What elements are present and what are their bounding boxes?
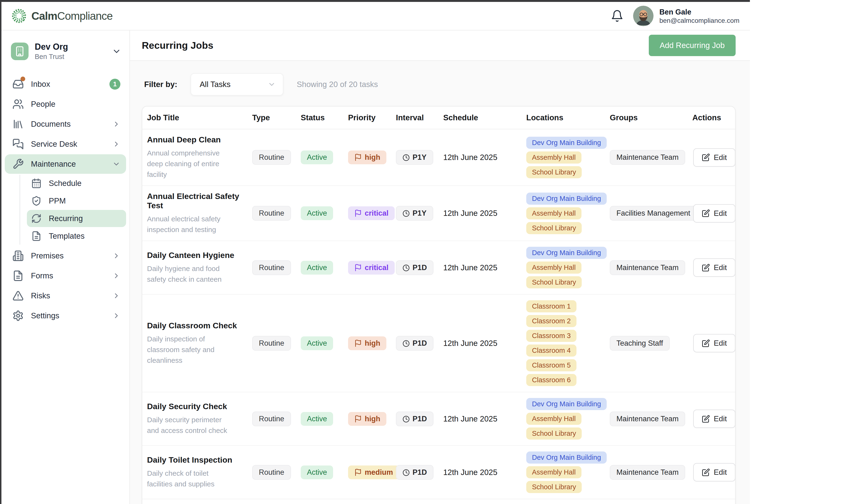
job-title: Daily Security Check: [147, 402, 252, 411]
column-header-priority: Priority: [348, 113, 396, 122]
sidebar-item-risks[interactable]: Risks: [5, 286, 126, 306]
group-badge: Maintenance Team: [610, 150, 685, 165]
user-email: ben@calmcompliance.com: [659, 17, 740, 24]
edit-button[interactable]: Edit: [693, 410, 735, 428]
edit-icon: [702, 415, 710, 423]
group-badge: Maintenance Team: [610, 412, 685, 426]
sidebar-item-service-desk[interactable]: Service Desk: [5, 134, 126, 154]
priority-badge: high: [348, 412, 386, 426]
schedule-date: 12th June 2025: [443, 263, 526, 272]
locations-cell: Classroom 1Classroom 2Classroom 3Classro…: [526, 300, 610, 386]
sidebar-item-maintenance[interactable]: Maintenance: [5, 154, 126, 174]
location-badge: Classroom 5: [526, 359, 576, 371]
notifications-bell-icon[interactable]: [611, 10, 624, 22]
flag-icon: [354, 264, 362, 272]
job-title: Annual Electrical Safety Test: [147, 192, 252, 210]
locations-cell: Dev Org Main BuildingAssembly HallSchool…: [526, 193, 610, 234]
sidebar-item-people[interactable]: People: [5, 94, 126, 114]
schedule-date: 12th June 2025: [443, 468, 526, 477]
job-description: Daily hygiene and food safety check in c…: [147, 263, 252, 285]
inbox-icon: [12, 79, 24, 90]
clock-icon: [402, 469, 410, 476]
locations-cell: Dev Org Main BuildingAssembly HallSchool…: [526, 247, 610, 288]
wrench-icon: [12, 158, 24, 170]
sidebar-item-recurring[interactable]: Recurring: [27, 210, 126, 227]
edit-button[interactable]: Edit: [693, 259, 735, 277]
group-badge: Facilities Management: [610, 206, 697, 221]
job-title-cell: Daily Classroom CheckDaily inspection of…: [147, 321, 252, 366]
edit-button[interactable]: Edit: [693, 204, 735, 222]
sidebar-item-documents[interactable]: Documents: [5, 114, 126, 134]
location-badge: Dev Org Main Building: [526, 193, 607, 205]
sidebar-item-label: Service Desk: [31, 139, 105, 149]
location-badge: School Library: [526, 222, 582, 234]
job-title: Daily Canteen Hygiene: [147, 251, 252, 260]
status-badge: Active: [301, 466, 333, 479]
interval-label: P1Y: [412, 153, 426, 162]
column-header-schedule: Schedule: [443, 113, 526, 122]
edit-icon: [702, 468, 710, 477]
edit-label: Edit: [714, 209, 727, 218]
priority-badge: critical: [348, 206, 395, 220]
location-badge: School Library: [526, 276, 582, 288]
priority-label: critical: [365, 263, 389, 272]
edit-icon: [702, 264, 710, 272]
sidebar-item-templates[interactable]: Templates: [27, 228, 126, 245]
org-selector[interactable]: Dev Org Ben Trust: [5, 37, 126, 65]
org-name: Dev Org: [35, 42, 106, 52]
chevron-right-icon: [112, 252, 120, 260]
priority-badge: high: [348, 336, 386, 350]
sidebar-item-inbox[interactable]: Inbox1: [5, 75, 126, 94]
edit-icon: [702, 209, 710, 217]
location-badge: Assembly Hall: [526, 207, 581, 219]
clock-icon: [402, 340, 410, 347]
location-badge: Assembly Hall: [526, 151, 581, 163]
edit-button[interactable]: Edit: [693, 148, 735, 167]
priority-label: high: [365, 415, 380, 423]
job-title: Daily Classroom Check: [147, 321, 252, 330]
group-badge: Maintenance Team: [610, 260, 685, 275]
column-header-interval: Interval: [396, 113, 443, 122]
location-badge: Classroom 4: [526, 344, 576, 357]
edit-button[interactable]: Edit: [693, 334, 735, 352]
sidebar-item-forms[interactable]: Forms: [5, 266, 126, 286]
location-badge: School Library: [526, 427, 582, 439]
location-badge: Dev Org Main Building: [526, 398, 607, 410]
task-filter-value: All Tasks: [200, 80, 231, 89]
table-row: Daily Toilet InspectionDaily check of to…: [142, 445, 735, 499]
table-row: Kitchen Deep CleanWeekly deep cleaning o…: [142, 499, 735, 504]
chevron-right-icon: [112, 120, 120, 128]
column-header-status: Status: [301, 113, 348, 122]
flag-icon: [354, 415, 362, 423]
maintenance-submenu: SchedulePPMRecurringTemplates: [20, 175, 126, 245]
status-badge: Active: [301, 412, 333, 426]
sidebar-item-label: People: [31, 100, 120, 108]
avatar: [633, 6, 654, 26]
schedule-date: 12th June 2025: [443, 153, 526, 162]
edit-button[interactable]: Edit: [693, 463, 735, 481]
sidebar-item-schedule[interactable]: Schedule: [27, 175, 126, 192]
sidebar-item-label: Schedule: [49, 179, 121, 188]
sidebar-item-settings[interactable]: Settings: [5, 306, 126, 325]
schedule-date: 12th June 2025: [443, 339, 526, 348]
user-menu[interactable]: Ben Gale ben@calmcompliance.com: [633, 6, 740, 26]
sidebar-item-premises[interactable]: Premises: [5, 246, 126, 265]
add-recurring-job-button[interactable]: Add Recurring Job: [649, 35, 736, 56]
chevron-right-icon: [112, 292, 120, 300]
type-badge: Routine: [252, 412, 291, 426]
sidebar: Dev Org Ben Trust Inbox1PeopleDocumentsS…: [1, 31, 130, 504]
column-header-groups: Groups: [610, 113, 692, 122]
interval-badge: P1Y: [396, 206, 433, 221]
flag-icon: [354, 469, 362, 476]
sidebar-item-label: Maintenance: [31, 160, 105, 169]
task-filter-dropdown[interactable]: All Tasks: [191, 73, 284, 95]
locations-cell: Dev Org Main BuildingAssembly HallSchool…: [526, 137, 610, 178]
inbox-count-badge: 1: [109, 79, 120, 90]
column-header-actions: Actions: [692, 113, 730, 122]
sidebar-item-ppm[interactable]: PPM: [27, 192, 126, 209]
location-badge: Assembly Hall: [526, 413, 581, 425]
location-badge: Assembly Hall: [526, 466, 581, 478]
sidebar-item-label: Forms: [31, 271, 105, 280]
app-window: CalmCompliance Ben Gale: [1, 2, 750, 504]
interval-label: P1D: [412, 263, 427, 272]
